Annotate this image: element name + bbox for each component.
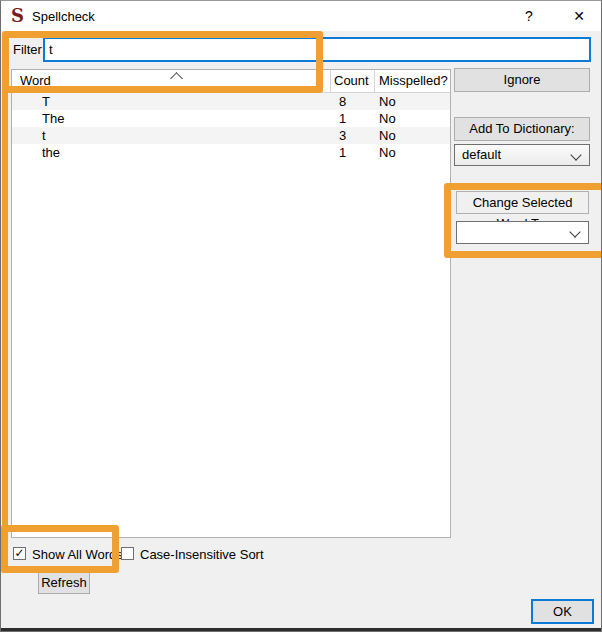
case-insensitive-sort-label: Case-Insensitive Sort xyxy=(140,547,264,562)
word-cell: the xyxy=(42,144,60,161)
count-cell: 8 xyxy=(339,93,346,110)
column-header-count[interactable]: Count xyxy=(334,73,369,88)
filter-label: Filter: xyxy=(13,42,46,57)
column-header-misspelled[interactable]: Misspelled? xyxy=(379,73,448,88)
add-to-dictionary-button[interactable]: Add To Dictionary: xyxy=(454,117,590,141)
misspelled-cell: No xyxy=(379,127,396,144)
sort-ascending-icon xyxy=(170,72,183,85)
word-table: Word Count Misspelled? T 8 No The 1 No t… xyxy=(11,69,451,538)
word-cell: T xyxy=(42,93,50,110)
chevron-down-icon xyxy=(569,226,580,237)
word-cell: t xyxy=(42,127,46,144)
window-bottom-border xyxy=(1,628,601,631)
change-word-combobox[interactable] xyxy=(456,221,589,244)
spellcheck-dialog: S Spellcheck ? ✕ Filter: Word Count Miss… xyxy=(0,0,602,632)
ignore-button[interactable]: Ignore xyxy=(454,68,590,92)
word-cell: The xyxy=(42,110,64,127)
title-bar: S Spellcheck ? ✕ xyxy=(1,1,601,31)
table-row[interactable]: The 1 No xyxy=(12,110,450,127)
column-divider xyxy=(374,70,375,92)
close-icon[interactable]: ✕ xyxy=(557,1,601,31)
table-row[interactable]: t 3 No xyxy=(12,127,450,144)
table-row[interactable]: the 1 No xyxy=(12,144,450,161)
count-cell: 1 xyxy=(339,110,346,127)
help-button[interactable]: ? xyxy=(509,1,549,31)
table-header: Word Count Misspelled? xyxy=(12,70,450,93)
show-all-words-checkbox[interactable]: ✓ xyxy=(13,547,26,560)
dictionary-select[interactable]: default xyxy=(454,144,590,166)
checkmark-icon: ✓ xyxy=(14,546,24,560)
column-divider xyxy=(330,70,331,92)
refresh-button[interactable]: Refresh xyxy=(38,571,90,594)
count-cell: 1 xyxy=(339,144,346,161)
app-logo-icon: S xyxy=(11,5,24,27)
misspelled-cell: No xyxy=(379,144,396,161)
column-header-word[interactable]: Word xyxy=(20,73,51,88)
filter-input[interactable] xyxy=(43,37,591,62)
misspelled-cell: No xyxy=(379,110,396,127)
dictionary-selected-value: default xyxy=(462,147,501,162)
case-insensitive-sort-checkbox[interactable] xyxy=(121,547,134,560)
count-cell: 3 xyxy=(339,127,346,144)
highlight-left-stripe xyxy=(2,34,8,573)
misspelled-cell: No xyxy=(379,93,396,110)
window-title: Spellcheck xyxy=(32,9,95,24)
chevron-down-icon xyxy=(570,149,581,160)
change-selected-word-button[interactable]: Change Selected Word To: xyxy=(456,191,589,214)
table-row[interactable]: T 8 No xyxy=(12,93,450,110)
show-all-words-label: Show All Words xyxy=(32,547,123,562)
ok-button[interactable]: OK xyxy=(531,599,594,624)
